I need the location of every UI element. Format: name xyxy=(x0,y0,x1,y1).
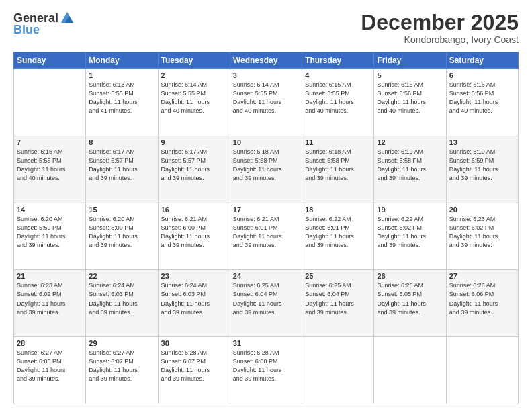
page: General Blue December 2025 Kondorobango,… xyxy=(0,0,532,411)
day-number: 19 xyxy=(377,205,443,214)
day-info: Sunrise: 6:14 AM Sunset: 5:55 PM Dayligh… xyxy=(233,81,299,116)
day-number: 6 xyxy=(449,71,515,79)
table-row: 17Sunrise: 6:21 AM Sunset: 6:01 PM Dayli… xyxy=(230,203,302,270)
calendar-header-row: Sunday Monday Tuesday Wednesday Thursday… xyxy=(14,52,519,69)
table-row xyxy=(302,337,374,404)
day-info: Sunrise: 6:25 AM Sunset: 6:04 PM Dayligh… xyxy=(305,281,371,316)
day-info: Sunrise: 6:16 AM Sunset: 5:56 PM Dayligh… xyxy=(17,148,83,183)
col-friday: Friday xyxy=(374,52,446,69)
day-number: 7 xyxy=(17,138,83,146)
table-row: 21Sunrise: 6:23 AM Sunset: 6:02 PM Dayli… xyxy=(14,270,86,337)
day-info: Sunrise: 6:20 AM Sunset: 5:59 PM Dayligh… xyxy=(17,215,83,250)
table-row: 5Sunrise: 6:15 AM Sunset: 5:56 PM Daylig… xyxy=(374,69,446,136)
day-number: 12 xyxy=(377,138,443,146)
day-number: 1 xyxy=(89,71,154,79)
table-row: 22Sunrise: 6:24 AM Sunset: 6:03 PM Dayli… xyxy=(86,270,158,337)
table-row: 19Sunrise: 6:22 AM Sunset: 6:02 PM Dayli… xyxy=(374,203,446,270)
col-saturday: Saturday xyxy=(446,52,518,69)
day-number: 24 xyxy=(233,272,299,280)
table-row: 7Sunrise: 6:16 AM Sunset: 5:56 PM Daylig… xyxy=(14,136,86,203)
day-info: Sunrise: 6:23 AM Sunset: 6:02 PM Dayligh… xyxy=(17,281,83,316)
table-row: 16Sunrise: 6:21 AM Sunset: 6:00 PM Dayli… xyxy=(158,203,230,270)
day-info: Sunrise: 6:19 AM Sunset: 5:58 PM Dayligh… xyxy=(377,148,443,183)
day-number: 10 xyxy=(233,138,299,146)
table-row: 29Sunrise: 6:27 AM Sunset: 6:07 PM Dayli… xyxy=(86,337,158,404)
day-info: Sunrise: 6:16 AM Sunset: 5:56 PM Dayligh… xyxy=(449,81,515,116)
day-info: Sunrise: 6:19 AM Sunset: 5:59 PM Dayligh… xyxy=(449,148,515,183)
table-row: 24Sunrise: 6:25 AM Sunset: 6:04 PM Dayli… xyxy=(230,270,302,337)
logo: General Blue xyxy=(13,11,75,37)
day-number: 31 xyxy=(233,339,299,347)
day-info: Sunrise: 6:13 AM Sunset: 5:55 PM Dayligh… xyxy=(89,81,154,116)
table-row: 8Sunrise: 6:17 AM Sunset: 5:57 PM Daylig… xyxy=(86,136,158,203)
day-info: Sunrise: 6:22 AM Sunset: 6:02 PM Dayligh… xyxy=(377,215,443,250)
day-number: 8 xyxy=(89,138,154,146)
day-info: Sunrise: 6:24 AM Sunset: 6:03 PM Dayligh… xyxy=(161,281,227,316)
day-number: 18 xyxy=(305,205,371,214)
table-row: 31Sunrise: 6:28 AM Sunset: 6:08 PM Dayli… xyxy=(230,337,302,404)
table-row: 11Sunrise: 6:18 AM Sunset: 5:58 PM Dayli… xyxy=(302,136,374,203)
col-thursday: Thursday xyxy=(302,52,374,69)
day-number: 30 xyxy=(161,339,227,347)
day-info: Sunrise: 6:25 AM Sunset: 6:04 PM Dayligh… xyxy=(233,281,299,316)
day-number: 29 xyxy=(89,339,154,347)
col-wednesday: Wednesday xyxy=(230,52,302,69)
day-number: 2 xyxy=(161,71,227,79)
day-info: Sunrise: 6:21 AM Sunset: 6:01 PM Dayligh… xyxy=(233,215,299,250)
table-row: 9Sunrise: 6:17 AM Sunset: 5:57 PM Daylig… xyxy=(158,136,230,203)
day-number: 14 xyxy=(17,205,83,214)
day-number: 27 xyxy=(449,272,515,280)
day-info: Sunrise: 6:21 AM Sunset: 6:00 PM Dayligh… xyxy=(161,215,227,250)
table-row: 20Sunrise: 6:23 AM Sunset: 6:02 PM Dayli… xyxy=(446,203,518,270)
logo-icon xyxy=(60,11,75,26)
day-info: Sunrise: 6:26 AM Sunset: 6:05 PM Dayligh… xyxy=(377,281,443,316)
col-sunday: Sunday xyxy=(14,52,86,69)
col-tuesday: Tuesday xyxy=(158,52,230,69)
logo-blue: Blue xyxy=(13,23,40,37)
day-number: 15 xyxy=(89,205,154,214)
day-number: 17 xyxy=(233,205,299,214)
table-row: 4Sunrise: 6:15 AM Sunset: 5:55 PM Daylig… xyxy=(302,69,374,136)
day-info: Sunrise: 6:17 AM Sunset: 5:57 PM Dayligh… xyxy=(161,148,227,183)
table-row: 27Sunrise: 6:26 AM Sunset: 6:06 PM Dayli… xyxy=(446,270,518,337)
day-info: Sunrise: 6:27 AM Sunset: 6:07 PM Dayligh… xyxy=(89,349,154,383)
day-info: Sunrise: 6:20 AM Sunset: 6:00 PM Dayligh… xyxy=(89,215,154,250)
day-number: 9 xyxy=(161,138,227,146)
table-row: 26Sunrise: 6:26 AM Sunset: 6:05 PM Dayli… xyxy=(374,270,446,337)
day-number: 20 xyxy=(449,205,515,214)
day-info: Sunrise: 6:24 AM Sunset: 6:03 PM Dayligh… xyxy=(89,281,154,316)
table-row: 2Sunrise: 6:14 AM Sunset: 5:55 PM Daylig… xyxy=(158,69,230,136)
day-info: Sunrise: 6:27 AM Sunset: 6:06 PM Dayligh… xyxy=(17,349,83,383)
table-row: 18Sunrise: 6:22 AM Sunset: 6:01 PM Dayli… xyxy=(302,203,374,270)
day-info: Sunrise: 6:28 AM Sunset: 6:08 PM Dayligh… xyxy=(233,349,299,383)
table-row: 3Sunrise: 6:14 AM Sunset: 5:55 PM Daylig… xyxy=(230,69,302,136)
month-title: December 2025 xyxy=(361,11,519,34)
day-info: Sunrise: 6:22 AM Sunset: 6:01 PM Dayligh… xyxy=(305,215,371,250)
day-info: Sunrise: 6:14 AM Sunset: 5:55 PM Dayligh… xyxy=(161,81,227,116)
table-row: 23Sunrise: 6:24 AM Sunset: 6:03 PM Dayli… xyxy=(158,270,230,337)
day-number: 16 xyxy=(161,205,227,214)
day-info: Sunrise: 6:15 AM Sunset: 5:55 PM Dayligh… xyxy=(305,81,371,116)
day-number: 22 xyxy=(89,272,154,280)
day-number: 4 xyxy=(305,71,371,79)
day-info: Sunrise: 6:18 AM Sunset: 5:58 PM Dayligh… xyxy=(233,148,299,183)
day-number: 11 xyxy=(305,138,371,146)
header: General Blue December 2025 Kondorobango,… xyxy=(13,11,519,45)
day-number: 25 xyxy=(305,272,371,280)
day-info: Sunrise: 6:17 AM Sunset: 5:57 PM Dayligh… xyxy=(89,148,154,183)
day-number: 21 xyxy=(17,272,83,280)
table-row: 28Sunrise: 6:27 AM Sunset: 6:06 PM Dayli… xyxy=(14,337,86,404)
table-row xyxy=(374,337,446,404)
day-number: 28 xyxy=(17,339,83,347)
table-row: 6Sunrise: 6:16 AM Sunset: 5:56 PM Daylig… xyxy=(446,69,518,136)
table-row: 25Sunrise: 6:25 AM Sunset: 6:04 PM Dayli… xyxy=(302,270,374,337)
day-number: 5 xyxy=(377,71,443,79)
table-row: 12Sunrise: 6:19 AM Sunset: 5:58 PM Dayli… xyxy=(374,136,446,203)
day-number: 13 xyxy=(449,138,515,146)
day-info: Sunrise: 6:26 AM Sunset: 6:06 PM Dayligh… xyxy=(449,281,515,316)
col-monday: Monday xyxy=(86,52,158,69)
calendar-table: Sunday Monday Tuesday Wednesday Thursday… xyxy=(13,52,519,404)
table-row: 10Sunrise: 6:18 AM Sunset: 5:58 PM Dayli… xyxy=(230,136,302,203)
day-info: Sunrise: 6:15 AM Sunset: 5:56 PM Dayligh… xyxy=(377,81,443,116)
day-info: Sunrise: 6:28 AM Sunset: 6:07 PM Dayligh… xyxy=(161,349,227,383)
